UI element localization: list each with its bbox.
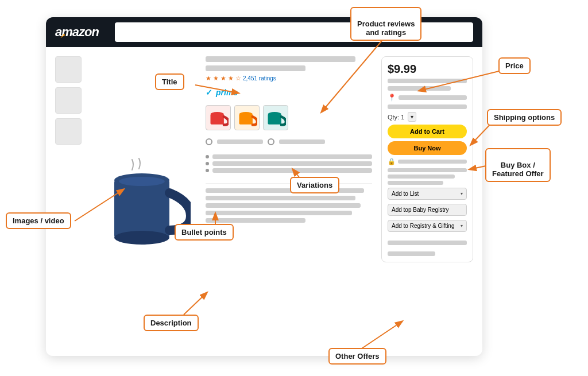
- lock-icon: 🔒: [388, 158, 396, 165]
- radio-row: [206, 138, 372, 145]
- add-to-list-button[interactable]: Add to List ▾: [388, 188, 467, 200]
- bullet-dot-3: [206, 169, 209, 172]
- add-to-registry-label: Add top Baby Registry: [392, 207, 449, 213]
- bullet-2: [206, 161, 372, 166]
- add-to-cart-button[interactable]: Add to Cart: [388, 125, 467, 138]
- buy-bar-3: [388, 104, 467, 109]
- desc-bar-2: [206, 196, 355, 200]
- svg-rect-9: [268, 114, 281, 125]
- add-to-gifting-button[interactable]: Add to Registry & Gifting ▾: [388, 220, 467, 232]
- reviews-link[interactable]: 2,451 ratings: [243, 75, 276, 82]
- desc-bar-1: [206, 188, 364, 193]
- smile-icon: ↗: [60, 33, 64, 39]
- amazon-logo: amazon ↗: [55, 25, 103, 40]
- other-offers-bar-2: [388, 251, 435, 256]
- qty-row: Qty: 1 ▾: [388, 112, 467, 122]
- annotation-shipping-label: Shipping options: [494, 113, 555, 122]
- annotation-variations-label: Variations: [297, 181, 332, 189]
- annotation-bullets: Bullet points: [175, 224, 234, 241]
- radio-2[interactable]: [268, 138, 274, 145]
- product-content: ★ ★ ★ ★ ☆ 2,451 ratings ✓ prime: [46, 47, 482, 356]
- bullet-dot-2: [206, 162, 209, 165]
- secure-row: 🔒: [388, 158, 467, 165]
- bullet-bar-2: [212, 161, 372, 166]
- annotation-reviews: Product reviewsand ratings: [350, 7, 421, 41]
- variant-red[interactable]: [206, 105, 231, 130]
- annotation-other-offers-label: Other Offers: [335, 352, 380, 361]
- thumbnail-3[interactable]: [55, 118, 82, 145]
- desc-bar-3: [206, 203, 361, 208]
- title-bar-1: [206, 56, 355, 62]
- thumbnail-1[interactable]: [55, 56, 82, 83]
- stars-row: ★ ★ ★ ★ ☆ 2,451 ratings: [206, 75, 372, 82]
- variants-row[interactable]: [206, 105, 372, 130]
- annotation-shipping: Shipping options: [487, 109, 562, 126]
- secure-bar-2: [388, 175, 455, 179]
- annotation-variations: Variations: [290, 177, 339, 193]
- annotation-price: Price: [498, 57, 531, 74]
- star-2: ★: [213, 75, 219, 82]
- browser-mockup: amazon ↗: [46, 17, 482, 356]
- annotation-description-label: Description: [150, 319, 192, 327]
- secure-bar-1: [388, 168, 467, 172]
- location-row: 📍: [388, 94, 467, 102]
- add-to-registry-button[interactable]: Add top Baby Registry: [388, 204, 467, 216]
- radio-1[interactable]: [206, 138, 212, 145]
- annotation-description: Description: [144, 315, 199, 331]
- product-details: ★ ★ ★ ★ ☆ 2,451 ratings ✓ prime: [206, 56, 372, 347]
- add-to-list-chevron: ▾: [461, 191, 463, 196]
- svg-point-2: [114, 231, 169, 245]
- radio-bar-2: [279, 139, 325, 144]
- svg-rect-7: [239, 114, 253, 125]
- annotation-images: Images / video: [6, 212, 71, 229]
- buy-bar-2: [388, 86, 451, 91]
- bullet-points: [206, 154, 372, 175]
- annotation-other-offers: Other Offers: [328, 348, 386, 365]
- qty-label: Qty: 1: [388, 114, 404, 121]
- variant-teal[interactable]: [263, 105, 288, 130]
- variant-orange[interactable]: [234, 105, 260, 130]
- bullet-bar-1: [212, 154, 372, 159]
- add-to-gifting-label: Add to Registry & Gifting: [392, 223, 455, 229]
- bullet-1: [206, 154, 372, 159]
- buy-box: $9.99 📍 Qty: 1 ▾ Add to Cart Buy Now 🔒: [381, 56, 473, 262]
- star-4: ★: [228, 75, 234, 82]
- price-display: $9.99: [388, 63, 467, 76]
- annotation-title: Title: [155, 73, 184, 90]
- prime-row: ✓ prime: [206, 88, 372, 97]
- svg-rect-5: [211, 114, 224, 125]
- star-3: ★: [220, 75, 226, 82]
- annotation-reviews-label: Product reviewsand ratings: [357, 20, 415, 37]
- svg-point-3: [119, 177, 165, 186]
- bullet-dot-1: [206, 155, 209, 158]
- prime-label: prime: [216, 88, 238, 97]
- annotation-buybox-label: Buy Box /Featured Offer: [492, 161, 544, 178]
- annotation-price-label: Price: [505, 61, 524, 70]
- main-image-area: [93, 56, 196, 347]
- title-bar-2: [206, 65, 305, 71]
- add-to-list-label: Add to List: [392, 191, 419, 197]
- buy-now-button[interactable]: Buy Now: [388, 141, 467, 155]
- bullet-bar-3: [212, 168, 372, 173]
- prime-checkmark: ✓: [206, 88, 212, 97]
- buy-bar-1: [388, 79, 467, 83]
- other-offers-bar-1: [388, 241, 467, 245]
- annotation-images-label: Images / video: [13, 216, 64, 225]
- annotation-buybox: Buy Box /Featured Offer: [485, 148, 551, 182]
- thumbnail-2[interactable]: [55, 87, 82, 114]
- secure-bars: [388, 168, 467, 185]
- desc-bar-5: [206, 218, 305, 223]
- add-to-gifting-chevron: ▾: [461, 223, 463, 228]
- svg-rect-1: [114, 180, 169, 238]
- bullet-3: [206, 168, 372, 173]
- secure-bar-3: [388, 181, 443, 185]
- thumbnail-column: [55, 56, 84, 347]
- secure-bar: [398, 160, 467, 164]
- star-5: ☆: [235, 75, 241, 82]
- radio-bar-1: [217, 139, 263, 144]
- annotation-bullets-label: Bullet points: [181, 228, 227, 237]
- qty-select[interactable]: ▾: [408, 112, 416, 122]
- desc-bar-4: [206, 211, 352, 215]
- main-wrapper: amazon ↗: [0, 0, 588, 376]
- location-bar: [399, 95, 467, 100]
